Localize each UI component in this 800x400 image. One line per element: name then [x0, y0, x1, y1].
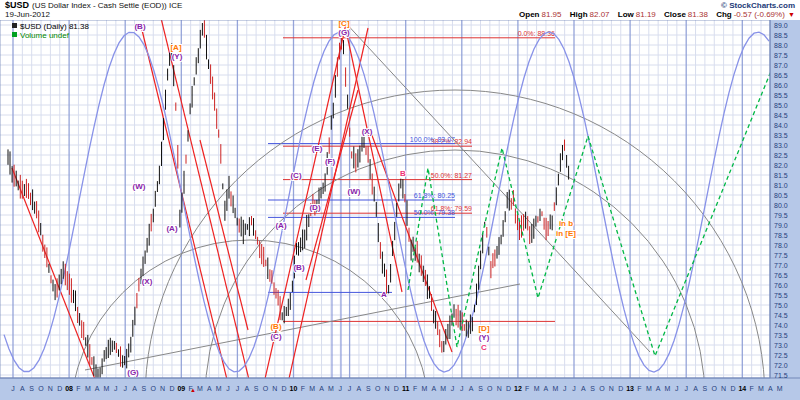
svg-text:(W): (W) — [133, 182, 146, 191]
svg-text:73.0: 73.0 — [774, 342, 788, 349]
svg-text:in b: in b — [559, 219, 573, 228]
svg-text:J: J — [226, 385, 230, 392]
svg-text:78.5: 78.5 — [774, 232, 788, 239]
svg-text:(W): (W) — [348, 187, 361, 196]
high-value: 82.07 — [590, 10, 610, 19]
svg-text:75.5: 75.5 — [774, 292, 788, 299]
legend-series-label: $USD (Daily) 81.38 — [20, 22, 89, 31]
svg-text:(G): (G) — [127, 368, 139, 377]
svg-text:S: S — [366, 385, 371, 392]
svg-text:J: J — [563, 385, 567, 392]
close-label: Close — [664, 10, 686, 19]
svg-text:(G): (G) — [338, 28, 350, 37]
svg-text:100.0%: 83.07: 100.0%: 83.07 — [410, 136, 455, 143]
svg-text:J: J — [460, 385, 464, 392]
svg-text:M: M — [309, 385, 315, 392]
svg-text:81.0: 81.0 — [774, 182, 788, 189]
svg-text:A: A — [132, 385, 137, 392]
svg-text:O: O — [487, 385, 493, 392]
svg-text:M: M — [665, 385, 671, 392]
svg-text:(Y): (Y) — [172, 52, 183, 61]
svg-text:80.0: 80.0 — [774, 202, 788, 209]
svg-text:(Y): (Y) — [479, 333, 490, 342]
svg-text:72.5: 72.5 — [774, 352, 788, 359]
chg-label: Chg — [716, 10, 732, 19]
svg-text:J: J — [675, 385, 679, 392]
svg-text:A: A — [319, 385, 324, 392]
svg-text:71.5: 71.5 — [774, 372, 788, 379]
price-chart-canvas: 0.0%: 88.3638.2%: 82.9450.0%: 81.2761.8%… — [0, 20, 800, 400]
svg-text:D: D — [282, 385, 287, 392]
low-value: 81.19 — [636, 10, 656, 19]
svg-text:(X): (X) — [142, 277, 153, 286]
svg-text:O: O — [599, 385, 605, 392]
svg-text:M: M — [758, 385, 764, 392]
svg-text:50.0%: 81.27: 50.0%: 81.27 — [431, 172, 472, 179]
svg-text:[D]: [D] — [478, 324, 489, 333]
svg-text:M: M — [85, 385, 91, 392]
stockcharts-chart-page: $USD (US Dollar Index - Cash Settle (EOD… — [0, 0, 800, 400]
svg-text:(B): (B) — [293, 263, 304, 272]
svg-text:N: N — [48, 385, 53, 392]
svg-text:72.0: 72.0 — [774, 362, 788, 369]
chg-value: -0.57 (-0.69%) — [734, 10, 785, 19]
svg-text:J: J — [339, 385, 343, 392]
down-arrow-icon: ▼ — [788, 11, 795, 18]
ohlc-quote: Open81.95 High82.07 Low81.19 Close81.38 … — [513, 10, 795, 20]
svg-text:(C): (C) — [270, 332, 281, 341]
svg-text:F: F — [525, 385, 529, 392]
svg-text:(X): (X) — [362, 127, 373, 136]
svg-text:M: M — [328, 385, 334, 392]
svg-text:O: O — [38, 385, 44, 392]
svg-text:O: O — [375, 385, 381, 392]
title-row: $USD (US Dollar Index - Cash Settle (EOD… — [0, 0, 800, 10]
svg-text:(D): (D) — [309, 203, 320, 212]
svg-text:O: O — [151, 385, 157, 392]
svg-text:84.5: 84.5 — [774, 112, 788, 119]
svg-text:N: N — [609, 385, 614, 392]
svg-text:A: A — [768, 385, 773, 392]
svg-text:88.5: 88.5 — [774, 32, 788, 39]
svg-text:13: 13 — [626, 385, 634, 392]
svg-text:F: F — [637, 385, 641, 392]
svg-text:89.0: 89.0 — [774, 22, 788, 29]
svg-text:82.0: 82.0 — [774, 162, 788, 169]
svg-text:(B): (B) — [134, 22, 145, 31]
svg-text:50.0%: 79.38: 50.0%: 79.38 — [414, 209, 455, 216]
svg-text:D: D — [730, 385, 735, 392]
svg-text:J: J — [348, 385, 352, 392]
svg-text:M: M — [197, 385, 203, 392]
svg-text:86.5: 86.5 — [774, 72, 788, 79]
axis-event-marker: ▲ — [190, 387, 196, 393]
svg-text:D: D — [394, 385, 399, 392]
svg-text:D: D — [57, 385, 62, 392]
svg-text:C: C — [481, 343, 487, 352]
svg-text:F: F — [76, 385, 80, 392]
svg-text:08: 08 — [65, 385, 73, 392]
svg-text:A: A — [469, 385, 474, 392]
svg-text:O: O — [712, 385, 718, 392]
svg-text:J: J — [236, 385, 240, 392]
svg-text:74.5: 74.5 — [774, 312, 788, 319]
svg-text:87.0: 87.0 — [774, 62, 788, 69]
svg-text:M: M — [777, 385, 783, 392]
svg-text:B: B — [400, 169, 406, 178]
svg-text:88.0: 88.0 — [774, 42, 788, 49]
svg-text:87.5: 87.5 — [774, 52, 788, 59]
chart-header: $USD (US Dollar Index - Cash Settle (EOD… — [0, 0, 800, 20]
open-value: 81.95 — [541, 10, 561, 19]
svg-text:09: 09 — [177, 385, 185, 392]
svg-text:S: S — [29, 385, 34, 392]
svg-text:J: J — [572, 385, 576, 392]
svg-text:77.0: 77.0 — [774, 262, 788, 269]
high-label: High — [570, 10, 588, 19]
svg-text:J: J — [451, 385, 455, 392]
svg-text:86.0: 86.0 — [774, 82, 788, 89]
low-label: Low — [618, 10, 634, 19]
svg-text:N: N — [497, 385, 502, 392]
svg-text:S: S — [142, 385, 147, 392]
svg-text:N: N — [272, 385, 277, 392]
svg-text:85.5: 85.5 — [774, 92, 788, 99]
svg-text:73.5: 73.5 — [774, 332, 788, 339]
svg-text:(A): (A) — [166, 224, 177, 233]
